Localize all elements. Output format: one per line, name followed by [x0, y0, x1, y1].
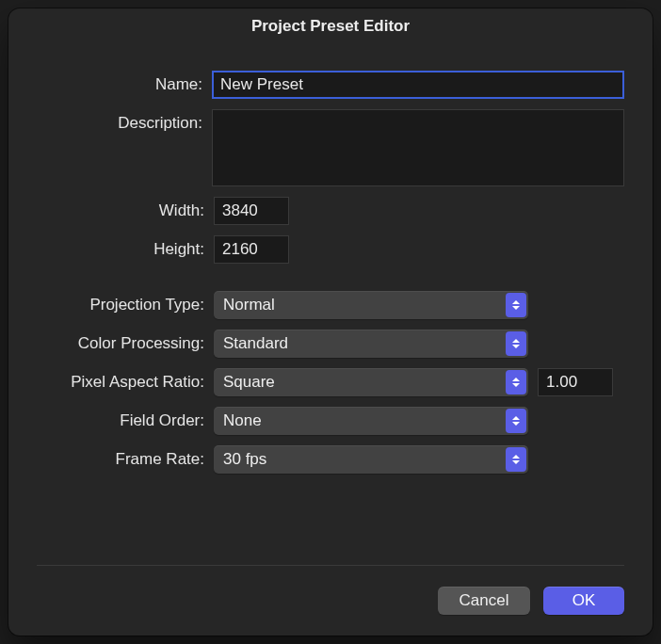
label-color: Color Processing: — [37, 330, 214, 358]
field-area-width — [214, 197, 624, 225]
updown-arrows-icon — [506, 447, 526, 472]
row-frame-rate: Frame Rate: 30 fps — [37, 445, 624, 474]
field-area-par: Square 1.00 — [214, 368, 624, 396]
name-input[interactable] — [212, 71, 624, 99]
row-description: Description: — [37, 109, 624, 186]
ok-button[interactable]: OK — [543, 587, 624, 615]
updown-arrows-icon — [506, 293, 526, 317]
row-par: Pixel Aspect Ratio: Square 1.00 — [37, 368, 624, 396]
field-area-field-order: None — [214, 407, 624, 435]
frame-rate-select[interactable]: 30 fps — [214, 445, 528, 474]
height-input[interactable] — [214, 235, 289, 264]
label-height: Height: — [37, 235, 214, 264]
pixel-aspect-ratio-number[interactable]: 1.00 — [538, 368, 613, 396]
field-area-color: Standard — [214, 330, 624, 358]
label-frame-rate: Frame Rate: — [37, 445, 214, 474]
window-title: Project Preset Editor — [251, 17, 410, 36]
color-processing-select[interactable]: Standard — [214, 330, 528, 358]
row-width: Width: — [37, 197, 624, 225]
window-titlebar: Project Preset Editor — [8, 8, 653, 44]
label-par: Pixel Aspect Ratio: — [37, 368, 214, 396]
cancel-button[interactable]: Cancel — [438, 587, 530, 615]
updown-arrows-icon — [506, 370, 526, 394]
color-processing-value: Standard — [223, 334, 288, 353]
field-area-height — [214, 235, 624, 264]
form-content: Name: Description: Width: Height: — [8, 44, 653, 546]
row-height: Height: — [37, 235, 624, 264]
field-area-name — [212, 71, 624, 99]
field-area-projection: Normal — [214, 291, 624, 319]
label-description: Description: — [37, 109, 212, 137]
projection-type-select[interactable]: Normal — [214, 291, 528, 319]
width-input[interactable] — [214, 197, 289, 225]
pixel-aspect-ratio-value: Square — [223, 373, 275, 392]
field-area-frame-rate: 30 fps — [214, 445, 624, 474]
updown-arrows-icon — [506, 331, 526, 356]
row-name: Name: — [37, 71, 624, 99]
projection-type-value: Normal — [223, 296, 275, 314]
field-order-value: None — [223, 411, 262, 430]
label-width: Width: — [37, 197, 214, 225]
description-textarea[interactable] — [212, 109, 624, 186]
label-field-order: Field Order: — [37, 407, 214, 435]
field-area-description — [212, 109, 624, 186]
label-projection: Projection Type: — [37, 291, 214, 319]
field-order-select[interactable]: None — [214, 407, 528, 435]
footer: Cancel OK — [8, 566, 653, 636]
updown-arrows-icon — [506, 409, 526, 433]
frame-rate-value: 30 fps — [223, 450, 266, 469]
label-name: Name: — [37, 71, 212, 99]
row-color: Color Processing: Standard — [37, 330, 624, 358]
row-projection: Projection Type: Normal — [37, 291, 624, 319]
pixel-aspect-ratio-select[interactable]: Square — [214, 368, 528, 396]
row-field-order: Field Order: None — [37, 407, 624, 435]
preset-editor-window: Project Preset Editor Name: Description:… — [8, 8, 653, 636]
